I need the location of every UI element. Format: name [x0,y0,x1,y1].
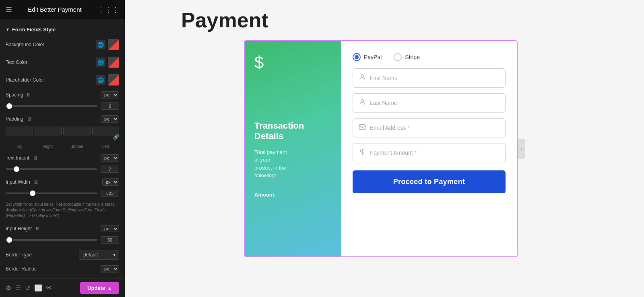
input-height-slider-thumb[interactable] [6,237,12,243]
placeholder-color-row: Placeholder Color 🌐 [0,71,125,89]
update-label: Update [87,285,105,291]
border-radius-label-group: Border Radius [6,266,37,272]
hamburger-icon[interactable]: ☰ [6,5,12,14]
padding-label-bottom: Bottom [63,144,91,149]
main-content: Payment $ TransactionDetails Total payme… [125,0,644,297]
spacing-label-group: Spacing 🖥 [6,92,31,98]
input-width-slider[interactable] [6,193,97,194]
spacing-unit-select[interactable]: px em [101,91,119,98]
paypal-radio-option[interactable]: PayPal [353,53,382,61]
border-radius-label: Border Radius [6,266,37,272]
padding-labels: Top Right Bottom Left [0,144,125,152]
padding-grid: 🔗 [0,125,125,144]
background-color-row: Background Color 🌐 [0,36,125,53]
padding-right-input[interactable] [35,127,62,135]
padding-unit-select[interactable]: px em [101,115,119,123]
spacing-slider-thumb[interactable] [6,103,12,109]
padding-link-icon[interactable]: 🔗 [113,134,119,140]
payment-widget: $ TransactionDetails Total paymentof you… [244,40,518,257]
text-color-globe-button[interactable]: 🌐 [96,57,105,67]
input-width-row: Input Width 🖥 px % [0,176,125,188]
text-indent-label: Text Indent [6,155,29,161]
responsive-icon[interactable]: ⬜ [34,284,42,292]
padding-row: Padding 🖥 px em [0,113,125,125]
section-label: Form Fields Style [12,27,56,33]
text-color-controls: 🌐 [96,57,119,68]
email-placeholder: Email Address * [370,125,410,131]
history-icon[interactable]: ↺ [25,284,30,292]
layers-icon[interactable]: ☰ [15,284,21,292]
text-indent-slider[interactable] [6,168,97,170]
border-radius-row: Border Radius px em [0,263,125,275]
placeholder-color-swatch[interactable] [108,74,119,86]
text-indent-label-group: Text Indent 🖥 [6,155,37,161]
input-height-unit-select[interactable]: px em [101,225,119,232]
text-color-label: Text Color [6,59,96,65]
spacing-row: Spacing 🖥 px em [0,89,125,101]
input-width-unit-select[interactable]: px % [102,178,119,186]
sidebar: ☰ Edit Better Payment ⋮⋮⋮ ▼ Form Fields … [0,0,125,297]
payment-widget-wrapper: $ TransactionDetails Total paymentof you… [244,40,525,257]
last-name-field[interactable]: Last Name [353,93,506,113]
placeholder-color-globe-button[interactable]: 🌐 [96,75,105,85]
border-type-value: Default [83,252,98,258]
background-color-globe-button[interactable]: 🌐 [96,40,105,49]
payment-methods: PayPal Stripe [353,53,506,61]
preview-icon[interactable]: 👁 [46,285,53,292]
padding-bottom-input[interactable] [63,127,91,135]
stripe-label: Stripe [405,54,420,60]
paypal-label: PayPal [364,54,382,60]
placeholder-color-controls: 🌐 [96,74,119,86]
padding-label-group: Padding 🖥 [6,116,31,122]
payment-amount-field[interactable]: Payment Amount * [353,143,506,162]
update-chevron-icon: ▲ [107,286,112,291]
text-indent-monitor-icon: 🖥 [33,155,37,161]
input-height-slider[interactable] [6,239,97,241]
text-indent-value-input[interactable] [101,166,119,173]
payment-amount-placeholder: Payment Amount * [370,150,417,156]
stripe-radio-circle[interactable] [394,53,402,61]
transaction-title: TransactionDetails [254,121,332,142]
padding-label: Padding [6,116,23,122]
placeholder-color-label: Placeholder Color [6,77,96,83]
sidebar-content: ▼ Form Fields Style Background Color 🌐 T… [0,19,125,279]
input-height-label-group: Input Height 🖥 [6,226,40,231]
section-arrow-icon: ▼ [6,27,10,32]
proceed-to-payment-button[interactable]: Proceed to Payment [353,170,506,193]
payment-dollar-icon [359,148,366,157]
input-width-label: Input Width [6,179,30,185]
first-name-field[interactable]: First Name [353,68,506,88]
stripe-radio-option[interactable]: Stripe [394,53,420,61]
border-radius-unit-select[interactable]: px em [101,265,119,272]
text-indent-slider-thumb[interactable] [14,166,19,172]
input-height-value-input[interactable] [101,236,119,244]
section-header-form-fields[interactable]: ▼ Form Fields Style [0,23,125,36]
text-indent-row: Text Indent 🖥 px em [0,152,125,164]
input-width-value-input[interactable] [101,190,119,197]
sidebar-footer: ⚙ ☰ ↺ ⬜ 👁 Update ▲ [0,279,125,297]
background-color-swatch[interactable] [108,39,119,50]
text-color-swatch[interactable] [108,57,119,68]
svg-point-1 [361,100,363,102]
email-address-field[interactable]: Email Address * [353,118,506,137]
border-type-select[interactable]: Default ▾ [79,250,119,260]
input-height-row: Input Height 🖥 px em [0,223,125,235]
input-width-label-group: Input Width 🖥 [6,179,38,185]
background-color-label: Background Color [6,42,96,47]
padding-top-input[interactable] [6,127,33,135]
input-width-hint: Set width for all input fields. Not appl… [0,200,125,223]
update-button[interactable]: Update ▲ [80,282,119,294]
paypal-radio-circle[interactable] [353,53,361,61]
input-width-slider-thumb[interactable] [30,190,35,196]
settings-icon[interactable]: ⚙ [6,284,11,292]
grid-icon[interactable]: ⋮⋮⋮ [97,5,119,14]
email-icon [359,123,366,132]
text-indent-slider-group [6,166,119,173]
input-width-slider-row [0,188,125,200]
spacing-value-input[interactable]: 0 [101,102,119,110]
sidebar-collapse-toggle[interactable]: ‹ [518,139,525,159]
border-type-label: Border Type [6,252,79,258]
spacing-slider[interactable] [6,105,97,107]
text-indent-unit-select[interactable]: px em [101,154,119,162]
padding-label-left: Left [92,144,120,149]
